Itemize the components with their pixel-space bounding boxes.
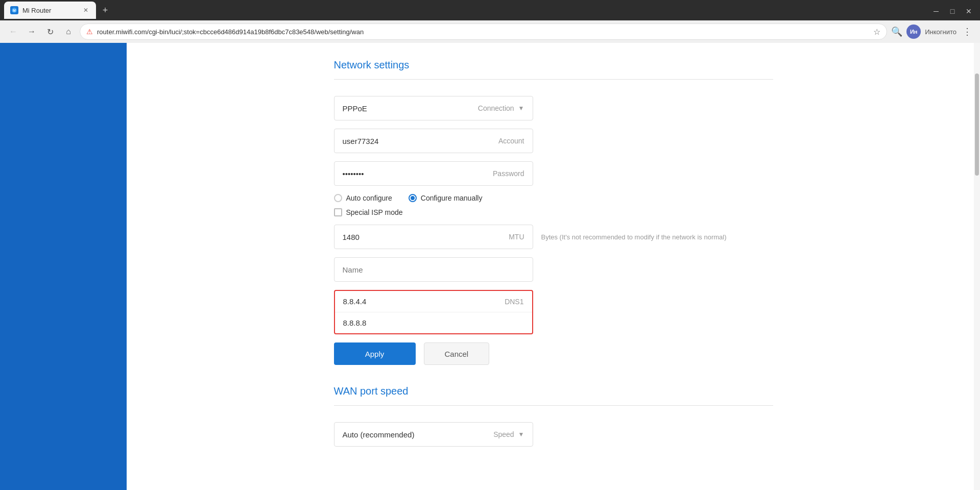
speed-dropdown[interactable]: Auto (recommended) Speed ▼	[334, 422, 533, 447]
name-input[interactable]	[343, 265, 524, 274]
account-field-row: Account	[334, 129, 773, 153]
browser-tab[interactable]: M Mi Router ✕	[4, 2, 96, 19]
name-field-wrapper	[334, 257, 533, 282]
account-input[interactable]	[343, 137, 498, 145]
tab-close-button[interactable]: ✕	[82, 6, 90, 14]
profile-button[interactable]: Ин	[906, 24, 921, 39]
profile-label: Ин	[910, 29, 918, 35]
content-area: Network settings PPPoE Connection ▼ Acco…	[127, 43, 980, 490]
speed-right: Speed ▼	[493, 430, 524, 438]
connection-type-dropdown[interactable]: PPPoE Connection ▼	[334, 96, 533, 120]
dns-section: 8.8.4.4 DNS1	[334, 290, 533, 334]
bookmark-icon[interactable]: ☆	[873, 27, 880, 37]
tab-title: Mi Router	[22, 7, 78, 14]
browser-menu-button[interactable]: ⋮	[961, 24, 974, 39]
configure-manually-label: Configure manually	[421, 194, 483, 202]
connection-type-row: PPPoE Connection ▼	[334, 96, 773, 120]
svg-text:M: M	[13, 9, 16, 12]
cancel-button[interactable]: Cancel	[424, 342, 490, 365]
special-isp-row: Special ISP mode	[334, 208, 773, 216]
network-settings-title: Network settings	[334, 59, 773, 71]
search-icon[interactable]: 🔍	[891, 26, 902, 37]
password-label: Password	[493, 169, 524, 178]
window-maximize-button[interactable]: □	[945, 4, 960, 18]
speed-chevron-icon: ▼	[518, 431, 524, 438]
apply-button[interactable]: Apply	[334, 342, 416, 365]
wan-port-speed-title: WAN port speed	[334, 385, 773, 397]
url-text: router.miwifi.com/cgi-bin/luci/;stok=cbc…	[97, 28, 869, 36]
dns1-label: DNS1	[505, 298, 523, 306]
connection-label: Connection ▼	[478, 104, 524, 112]
name-field-row	[334, 257, 773, 282]
dns2-field-row	[335, 312, 532, 333]
action-buttons: Apply Cancel	[334, 342, 773, 365]
scrollbar-thumb[interactable]	[975, 74, 979, 176]
window-close-button[interactable]: ✕	[962, 4, 976, 18]
special-isp-checkbox[interactable]	[334, 208, 342, 216]
dns2-input[interactable]	[343, 318, 524, 327]
speed-value: Auto (recommended)	[343, 430, 415, 439]
forward-button[interactable]: →	[25, 24, 39, 39]
security-warning-icon: ⚠	[86, 28, 93, 36]
mtu-label: MTU	[509, 233, 524, 241]
mtu-hint: Bytes (It's not recommended to modify if…	[541, 233, 727, 241]
mtu-field-wrapper: MTU	[334, 225, 533, 249]
auto-configure-label: Auto configure	[346, 194, 392, 202]
new-tab-button[interactable]: +	[98, 3, 112, 17]
reload-button[interactable]: ↻	[43, 24, 57, 39]
configure-manually-option[interactable]: Configure manually	[409, 194, 483, 202]
auto-configure-radio[interactable]	[334, 194, 342, 202]
address-bar[interactable]: ⚠ router.miwifi.com/cgi-bin/luci/;stok=c…	[80, 23, 887, 40]
mtu-row: MTU Bytes (It's not recommended to modif…	[334, 225, 773, 249]
account-field-wrapper: Account	[334, 129, 533, 153]
dns1-value: 8.8.4.4	[343, 297, 367, 306]
mtu-input[interactable]	[343, 233, 509, 241]
connection-type-value: PPPoE	[343, 104, 367, 113]
back-button[interactable]: ←	[6, 24, 20, 39]
window-minimize-button[interactable]: ─	[929, 4, 943, 18]
section-divider	[334, 79, 773, 80]
scrollbar[interactable]	[974, 43, 980, 490]
dns1-field-row: 8.8.4.4 DNS1	[335, 291, 532, 312]
wan-divider	[334, 405, 773, 406]
tab-favicon: M	[10, 6, 18, 14]
incognito-label: Инкогнито	[925, 28, 957, 36]
password-input[interactable]	[343, 169, 493, 178]
password-field-wrapper: Password	[334, 161, 533, 186]
account-label: Account	[498, 137, 524, 145]
sidebar	[0, 43, 127, 490]
configure-manually-radio[interactable]	[409, 194, 417, 202]
special-isp-label: Special ISP mode	[346, 208, 403, 216]
dns-config-radio-row: Auto configure Configure manually	[334, 194, 773, 202]
chevron-down-icon: ▼	[518, 105, 524, 112]
password-field-row: Password	[334, 161, 773, 186]
auto-configure-option[interactable]: Auto configure	[334, 194, 392, 202]
home-button[interactable]: ⌂	[61, 24, 76, 39]
